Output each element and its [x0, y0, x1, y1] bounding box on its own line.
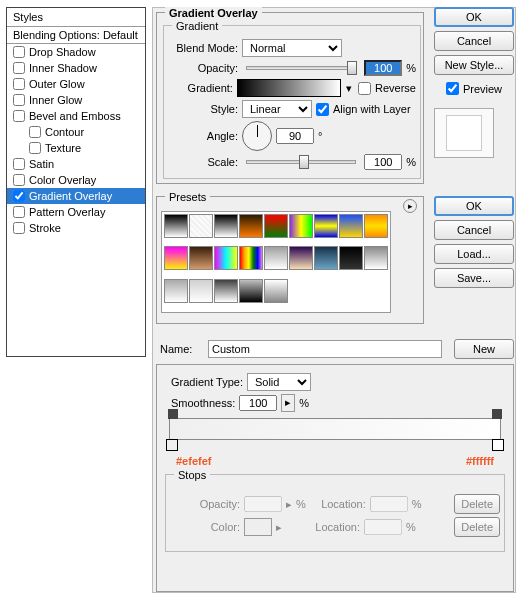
right-buttons-mid: OK Cancel Load... Save...	[434, 196, 514, 288]
right-hex-label: #ffffff	[466, 455, 494, 467]
styles-panel: Styles Blending Options: Default Drop Sh…	[6, 7, 146, 357]
new-button[interactable]: New	[454, 339, 514, 359]
name-input[interactable]	[208, 340, 442, 358]
preset-swatch[interactable]	[189, 246, 213, 270]
preset-swatch[interactable]	[214, 246, 238, 270]
smoothness-stepper[interactable]: ▸	[281, 394, 295, 412]
presets-grid	[161, 211, 391, 313]
style-row-satin[interactable]: Satin	[7, 156, 145, 172]
preset-swatch[interactable]	[164, 214, 188, 238]
preset-swatch[interactable]	[264, 214, 288, 238]
editor-cancel-button[interactable]: Cancel	[434, 220, 514, 240]
ok-button[interactable]: OK	[434, 7, 514, 27]
presets-group: Presets ▸	[156, 196, 424, 324]
presets-menu-icon[interactable]: ▸	[403, 199, 417, 213]
preview-swatch	[434, 108, 494, 158]
style-checkbox[interactable]	[13, 46, 25, 58]
style-checkbox[interactable]	[13, 158, 25, 170]
style-checkbox[interactable]	[13, 94, 25, 106]
preset-swatch[interactable]	[239, 214, 263, 238]
editor-ok-button[interactable]: OK	[434, 196, 514, 216]
style-row-inner-glow[interactable]: Inner Glow	[7, 92, 145, 108]
right-buttons-top: OK Cancel New Style... Preview	[434, 7, 514, 158]
gradient-overlay-group: Gradient Overlay Gradient Blend Mode: No…	[156, 12, 424, 184]
style-checkbox[interactable]	[13, 174, 25, 186]
preset-swatch[interactable]	[239, 246, 263, 270]
load-button[interactable]: Load...	[434, 244, 514, 264]
preset-swatch[interactable]	[264, 279, 288, 303]
preview-checkbox[interactable]	[446, 82, 459, 95]
cancel-button[interactable]: Cancel	[434, 31, 514, 51]
preset-swatch[interactable]	[189, 214, 213, 238]
style-row-pattern-overlay[interactable]: Pattern Overlay	[7, 204, 145, 220]
smoothness-input[interactable]	[239, 395, 277, 411]
style-checkbox[interactable]	[29, 142, 41, 154]
style-checkbox[interactable]	[13, 62, 25, 74]
style-checkbox[interactable]	[13, 206, 25, 218]
style-row-inner-shadow[interactable]: Inner Shadow	[7, 60, 145, 76]
style-row-gradient-overlay[interactable]: Gradient Overlay	[7, 188, 145, 204]
preset-swatch[interactable]	[289, 214, 313, 238]
opacity-stop-right[interactable]	[492, 409, 502, 419]
preset-swatch[interactable]	[164, 246, 188, 270]
blend-mode-select[interactable]: Normal	[242, 39, 342, 57]
style-row-bevel-and-emboss[interactable]: Bevel and Emboss	[7, 108, 145, 124]
align-checkbox[interactable]	[316, 103, 329, 116]
preset-swatch[interactable]	[214, 214, 238, 238]
preset-swatch[interactable]	[339, 214, 363, 238]
angle-dial[interactable]	[242, 121, 272, 151]
preset-swatch[interactable]	[314, 246, 338, 270]
delete-opacity-stop-button[interactable]: Delete	[454, 494, 500, 514]
style-row-outer-glow[interactable]: Outer Glow	[7, 76, 145, 92]
preset-swatch[interactable]	[364, 214, 388, 238]
style-checkbox[interactable]	[13, 78, 25, 90]
preset-swatch[interactable]	[214, 279, 238, 303]
delete-color-stop-button[interactable]: Delete	[454, 517, 500, 537]
color-stop-left[interactable]	[166, 439, 178, 451]
style-row-contour[interactable]: Contour	[7, 124, 145, 140]
gradient-type-group: Gradient Type: Solid Smoothness: ▸ % #ef…	[156, 364, 514, 592]
scale-input[interactable]	[364, 154, 402, 170]
preset-swatch[interactable]	[289, 246, 313, 270]
scale-slider[interactable]	[246, 160, 356, 164]
style-row-stroke[interactable]: Stroke	[7, 220, 145, 236]
gradient-swatch[interactable]	[237, 79, 341, 97]
style-checkbox[interactable]	[29, 126, 41, 138]
name-row: Name: New	[156, 339, 514, 359]
stop-location-input-1	[370, 496, 408, 512]
stop-opacity-input	[244, 496, 282, 512]
save-button[interactable]: Save...	[434, 268, 514, 288]
color-stop-right[interactable]	[492, 439, 504, 451]
preset-swatch[interactable]	[264, 246, 288, 270]
new-style-button[interactable]: New Style...	[434, 55, 514, 75]
opacity-input[interactable]	[364, 60, 402, 76]
opacity-stop-left[interactable]	[168, 409, 178, 419]
blending-options[interactable]: Blending Options: Default	[7, 27, 145, 44]
opacity-slider[interactable]	[246, 66, 356, 70]
preset-swatch[interactable]	[314, 214, 338, 238]
style-row-color-overlay[interactable]: Color Overlay	[7, 172, 145, 188]
preset-swatch[interactable]	[189, 279, 213, 303]
style-row-drop-shadow[interactable]: Drop Shadow	[7, 44, 145, 60]
gradient-type-select[interactable]: Solid	[247, 373, 311, 391]
left-hex-label: #efefef	[176, 455, 211, 467]
reverse-checkbox[interactable]	[358, 82, 371, 95]
preset-swatch[interactable]	[239, 279, 263, 303]
style-checkbox[interactable]	[13, 222, 25, 234]
preset-swatch[interactable]	[164, 279, 188, 303]
style-checkbox[interactable]	[13, 190, 25, 202]
style-row-texture[interactable]: Texture	[7, 140, 145, 156]
angle-input[interactable]	[276, 128, 314, 144]
gradient-bar[interactable]: #efefef #ffffff	[169, 418, 501, 440]
style-select[interactable]: Linear	[242, 100, 312, 118]
stop-location-input-2	[364, 519, 402, 535]
preset-swatch[interactable]	[339, 246, 363, 270]
style-checkbox[interactable]	[13, 110, 25, 122]
styles-title: Styles	[7, 8, 145, 27]
stop-color-swatch[interactable]	[244, 518, 272, 536]
preset-swatch[interactable]	[364, 246, 388, 270]
